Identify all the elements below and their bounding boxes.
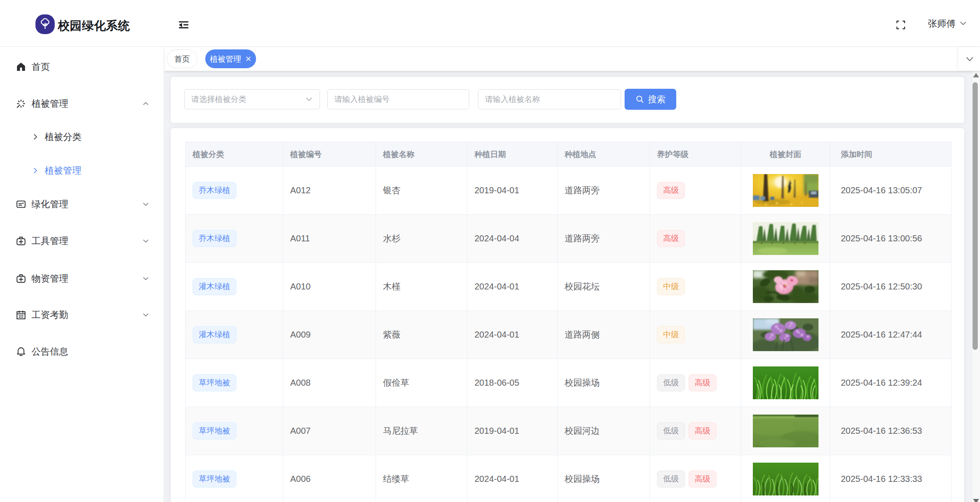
cell-code: A010 [283,263,376,311]
app-root: 校园绿化系统 首页 植被管理 [0,0,980,502]
table-row[interactable]: 乔木绿植A011水杉2024-04-04道路两旁高级 2025-04-16 13… [186,215,952,263]
sidebar-item-materials[interactable]: 物资管理 [0,265,164,293]
column-header: 添加时间 [830,142,952,167]
sidebar-item-home[interactable]: 首页 [0,53,164,81]
home-icon [16,62,26,72]
cell-name: 假俭草 [376,359,467,407]
care-level-tag: 低级 [657,374,685,391]
plant-date-text: 2024-04-01 [474,330,519,339]
code-text: A012 [290,185,311,195]
sidebar-subitem-vegetation-category[interactable]: 植被分类 [0,123,164,151]
category-tag: 灌木绿植 [193,326,236,343]
sidebar-item-greening[interactable]: 绿化管理 [0,190,164,218]
cover-image[interactable] [753,174,818,207]
arrow-right-icon [32,167,39,174]
care-level-tag: 低级 [657,471,685,488]
name-text: 马尼拉草 [383,426,418,436]
toolbox-icon [16,273,26,284]
sidebar-item-announcements[interactable]: 公告信息 [0,338,164,366]
cover-image[interactable] [753,463,818,495]
cell-plant-date: 2024-04-01 [467,311,558,359]
table-row[interactable]: 草坪地被A008假俭草2018-06-05校园操场低级高级 2025-04-16… [186,359,952,407]
search-icon [636,95,644,104]
tab-actions-button[interactable] [959,47,980,71]
scrollbar-thumb[interactable] [973,82,978,350]
category-tag: 乔木绿植 [193,230,236,247]
code-input[interactable]: 请输入植被编号 [327,89,469,109]
plant-date-text: 2019-04-01 [474,426,519,436]
cell-code: A009 [283,311,376,359]
table-row[interactable]: 乔木绿植A012银杏2019-04-01道路两旁高级 2025-04-16 13… [186,167,952,215]
cover-image[interactable] [753,222,818,255]
location-text: 道路两旁 [565,234,600,243]
cell-code: A006 [283,455,376,502]
tab-home[interactable]: 首页 [167,49,197,68]
cell-cover [741,215,830,263]
table-row[interactable]: 灌木绿植A010木槿2024-04-01校园花坛中级 2025-04-16 12… [186,263,952,311]
care-level-tag: 低级 [657,422,685,439]
care-level-tag: 高级 [688,471,717,488]
tab-bar: 首页 植被管理 [165,47,980,71]
table-row[interactable]: 草坪地被A007马尼拉草2019-04-01校园河边低级高级 2025-04-1… [186,407,952,455]
user-menu[interactable]: 张师傅 [928,0,967,47]
cell-care-level: 中级 [650,311,741,359]
scroll-up-arrow-icon[interactable] [973,73,979,77]
cover-image[interactable] [753,318,818,351]
fold-sidebar-icon[interactable] [179,19,189,30]
tab-vegetation-active[interactable]: 植被管理 [205,49,256,68]
chevron-down-icon [142,311,149,318]
fullscreen-icon[interactable] [896,21,905,29]
cell-cover [741,311,830,359]
cover-image[interactable] [753,415,818,447]
tree-icon [39,18,51,31]
cell-code: A008 [283,359,376,407]
added-time-text: 2025-04-16 12:50:30 [841,282,922,291]
cell-care-level: 低级高级 [650,359,741,407]
code-text: A010 [290,282,311,291]
cell-cover [741,359,830,407]
chevron-down-icon [142,201,149,208]
category-select[interactable]: 请选择植被分类 [184,89,320,109]
burst-icon [16,98,26,109]
name-text: 水杉 [383,234,400,243]
cell-name: 银杏 [376,167,467,215]
table-row[interactable]: 草坪地被A006结缕草2024-04-01校园操场低级高级 2025-04-16… [186,455,952,502]
cover-image[interactable] [753,270,818,303]
cover-image[interactable] [753,366,818,399]
cell-care-level: 中级 [650,263,741,311]
cell-code: A012 [283,167,376,215]
close-tab-icon[interactable] [245,56,252,62]
user-name: 张师傅 [928,17,955,30]
table-row[interactable]: 灌木绿植A009紫薇2024-04-01道路两侧中级 2025-04-16 12… [186,311,952,359]
added-time-text: 2025-04-16 12:36:53 [841,426,922,436]
code-text: A008 [290,378,311,387]
care-level-tag: 中级 [657,326,685,343]
name-input[interactable]: 请输入植被名称 [478,89,621,109]
vegetation-table: 植被分类植被编号植被名称种植日期种植地点养护等级植被封面添加时间 乔木绿植A01… [185,142,952,502]
cell-cover [741,455,830,502]
cell-category: 灌木绿植 [186,311,283,359]
sidebar-item-vegetation[interactable]: 植被管理 [0,90,164,118]
sidebar-item-payroll[interactable]: 工资考勤 [0,301,164,329]
calendar-icon [16,310,26,320]
cell-name: 木槿 [376,263,467,311]
chevron-down-icon [142,275,149,282]
care-level-tag: 高级 [688,422,717,439]
care-level-tag: 中级 [657,278,685,295]
search-button[interactable]: 搜索 [625,89,676,110]
sidebar-subitem-vegetation-management[interactable]: 植被管理 [0,157,164,185]
cell-name: 马尼拉草 [376,407,467,455]
column-header: 植被封面 [741,142,830,167]
cell-cover [741,167,830,215]
plant-date-text: 2018-06-05 [474,378,519,387]
table-header-row: 植被分类植被编号植被名称种植日期种植地点养护等级植被封面添加时间 [186,142,952,167]
column-header: 养护等级 [650,142,741,167]
cell-cover [741,263,830,311]
scroll-down-arrow-icon[interactable] [973,499,979,502]
cell-care-level: 高级 [650,167,741,215]
cell-name: 结缕草 [376,455,467,502]
sidebar-item-tools[interactable]: 工具管理 [0,227,164,255]
category-tag: 草坪地被 [193,471,236,488]
postcard-icon [16,199,26,209]
vertical-scrollbar[interactable] [973,71,980,502]
